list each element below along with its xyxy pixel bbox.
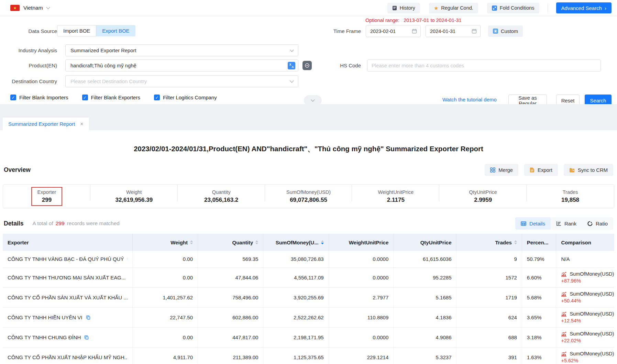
- column-header-quantity[interactable]: Quantity: [198, 234, 263, 251]
- regular-cond-button[interactable]: ★ Regular Cond.: [429, 3, 478, 13]
- table-row: CÔNG TY CỔ PHẦN XUẤT NHẬP KHẨU MỸ NGH...…: [3, 347, 614, 364]
- hs-code-input[interactable]: [367, 59, 601, 71]
- checkbox-checked-icon[interactable]: ✓: [82, 95, 88, 100]
- cell-percent: 3.65%: [522, 307, 556, 327]
- column-header-trades[interactable]: Trades: [456, 234, 522, 251]
- tab-summarized-exporter-report[interactable]: Summarized Exporter Report ×: [3, 118, 89, 130]
- calendar-icon: [412, 29, 417, 34]
- calendar-icon: [472, 29, 477, 34]
- table-row: CÔNG TY TNHH CHUNG ĐỈNH0.00447,817.002,1…: [3, 327, 614, 347]
- cell-comparison: N/A: [556, 251, 614, 267]
- comparison-change: +12.54%: [561, 318, 609, 323]
- time-frame-label: Time Frame: [300, 25, 361, 37]
- import-boe-option[interactable]: Import BOE: [57, 25, 96, 36]
- view-tab-ratio[interactable]: Ratio: [582, 217, 613, 230]
- stat-value: 299: [37, 197, 56, 203]
- comparison-metric: SumOfMoney(USD): [570, 351, 614, 356]
- product-en-input[interactable]: [70, 63, 288, 69]
- destination-placeholder: Please select Destination Country: [70, 79, 147, 84]
- rank-view-icon: [556, 221, 561, 226]
- date-from-input[interactable]: 2023-02-01: [366, 25, 421, 37]
- copy-icon[interactable]: [84, 335, 89, 340]
- cell-weight: 22,747.50: [132, 307, 198, 327]
- table-row: CÔNG TY TNHH THƯƠNG MẠI SẢN XUẤT EAG...0…: [3, 267, 614, 287]
- cell-exporter: CÔNG TY CỔ PHẦN XUẤT NHẬP KHẨU MỸ NGH...: [3, 347, 132, 364]
- cell-sum-of-money: 3,920,255.69: [263, 287, 329, 307]
- destination-country-select[interactable]: Please select Destination Country: [65, 75, 298, 87]
- sort-carets[interactable]: [514, 240, 517, 244]
- advanced-search-button[interactable]: Advanced Search ›: [556, 2, 612, 13]
- cell-percent: 3.18%: [522, 327, 556, 347]
- merge-label: Merge: [498, 167, 513, 173]
- export-button[interactable]: Export: [524, 164, 558, 176]
- view-label: Rank: [564, 221, 576, 227]
- filter-label: Filter Blank Importers: [19, 95, 68, 100]
- growth-chart-icon: [561, 272, 567, 277]
- overview-heading: Overview: [4, 166, 31, 174]
- report-content: 2023/02/01-2024/01/31,Product(EN) AND"ha…: [0, 144, 617, 364]
- cell-qty-unit-price: 4.9086: [394, 327, 456, 347]
- table-body: CÔNG TY TNHH VÀNG BẠC - ĐÁ QUÝ PHÚ QUÝ0.…: [3, 251, 614, 364]
- column-label: Comparison: [561, 240, 591, 245]
- cell-quantity: 47,844.06: [198, 267, 263, 287]
- cell-comparison: SumOfMoney(USD)+50.44%: [556, 287, 614, 307]
- fold-conditions-button[interactable]: Fold Conditions: [487, 3, 539, 13]
- column-header-comparison: Comparison: [556, 234, 614, 251]
- view-tab-rank[interactable]: Rank: [551, 217, 582, 230]
- column-header-sumofmoney-u[interactable]: SumOfMoney(U...: [263, 234, 329, 251]
- details-heading: Details: [4, 220, 23, 227]
- optional-range-text: Optional range: 2013-07-01 to 2024-01-31: [365, 18, 462, 23]
- export-boe-option[interactable]: Export BOE: [96, 25, 135, 36]
- sync-to-crm-button[interactable]: Sync to CRM: [564, 164, 613, 176]
- checkbox-checked-icon[interactable]: ✓: [154, 95, 160, 100]
- filter-checkbox[interactable]: ✓Filter Logitics Company: [154, 95, 217, 100]
- country-picker[interactable]: ★ Vietnam: [10, 5, 49, 11]
- custom-range-button[interactable]: Custom: [488, 25, 523, 37]
- history-button[interactable]: History: [387, 3, 420, 13]
- copy-icon[interactable]: [127, 256, 127, 262]
- sync-folder-icon: [569, 168, 575, 173]
- chevron-down-icon: [46, 5, 50, 9]
- table-row: CÔNG TY CỔ PHẦN SẢN XUẤT VÀ XUẤT KHẨU ..…: [3, 287, 614, 307]
- stat-label: Exporter: [37, 189, 56, 195]
- sort-carets[interactable]: [190, 240, 193, 244]
- cell-exporter: CÔNG TY TNHH THƯƠNG MẠI SẢN XUẤT EAG...: [3, 267, 132, 287]
- tutorial-link[interactable]: Watch the tutorial demo: [442, 97, 497, 102]
- cell-sum-of-money: 4,556,117.09: [263, 267, 329, 287]
- stat-value: 69,072,806.55: [286, 197, 331, 203]
- comparison-change: +5.62%: [561, 358, 609, 363]
- data-source-label: Data Source: [0, 25, 57, 37]
- filter-checkbox[interactable]: ✓Filter Blank Importers: [10, 95, 68, 100]
- sort-carets[interactable]: [255, 240, 258, 244]
- stat-value: 32,619,956.39: [115, 197, 153, 203]
- checkbox-checked-icon[interactable]: ✓: [10, 95, 16, 100]
- column-header-weight[interactable]: Weight: [132, 234, 198, 251]
- comparison-metric: SumOfMoney(USD): [570, 331, 614, 337]
- translate-icon[interactable]: A: [288, 62, 295, 69]
- exporter-name: CÔNG TY TNHH HIỀN UYÊN VI: [8, 315, 82, 320]
- stat-label: QtyUnitPrice: [469, 189, 497, 195]
- merge-button[interactable]: Merge: [485, 164, 518, 176]
- chevron-down-icon: [290, 79, 294, 82]
- history-label: History: [400, 5, 415, 11]
- filter-checkbox[interactable]: ✓Filter Blank Exporters: [82, 95, 140, 100]
- stat-value: 2.9959: [469, 197, 497, 203]
- fold-conditions-icon: [492, 5, 497, 11]
- copy-icon[interactable]: [86, 315, 91, 320]
- column-label: Percen...: [527, 240, 549, 245]
- view-switcher: DetailsRankRatio: [515, 217, 613, 230]
- overview-stat: Trades19,858: [527, 188, 614, 205]
- exporter-name: CÔNG TY CỔ PHẦN XUẤT NHẬP KHẨU MỸ NGH...: [8, 354, 128, 360]
- table-row: CÔNG TY TNHH HIỀN UYÊN VI22,747.50602,88…: [3, 307, 614, 327]
- comparison-metric: SumOfMoney(USD): [570, 311, 614, 317]
- sort-carets[interactable]: [321, 240, 324, 244]
- date-to-input[interactable]: 2024-01-31: [426, 25, 481, 37]
- column-header-qtyunitprice: QtyUnitPrice: [394, 234, 456, 251]
- fold-conditions-label: Fold Conditions: [500, 5, 535, 11]
- date-to-value: 2024-01-31: [430, 29, 455, 34]
- view-tab-details[interactable]: Details: [515, 217, 551, 230]
- close-icon[interactable]: ×: [80, 121, 83, 127]
- highlighted-stat-box: Exporter299: [31, 187, 63, 206]
- cell-weight: 0.00: [132, 251, 198, 267]
- industry-analysis-select[interactable]: Summarized Exporter Report: [65, 44, 298, 56]
